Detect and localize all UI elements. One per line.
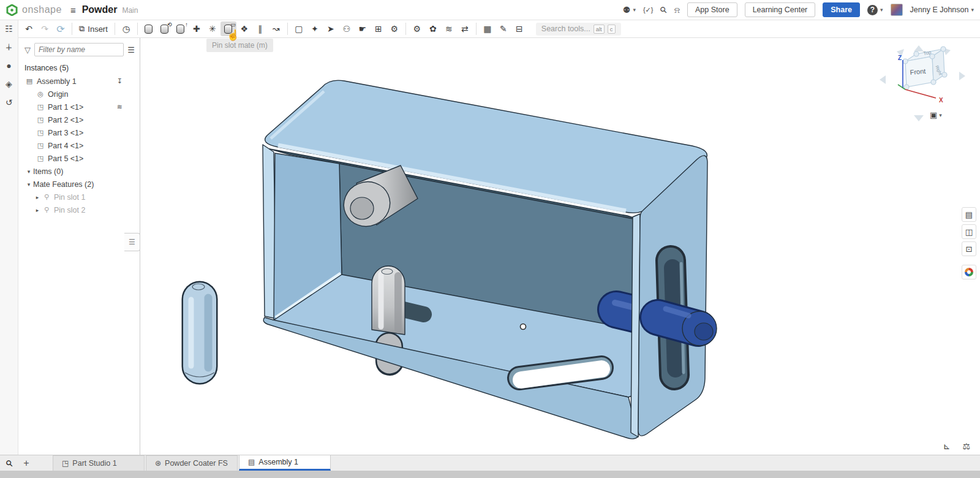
chevron-down-icon: ▾ — [24, 181, 33, 188]
insert-button[interactable]: ⧉ Insert — [75, 23, 111, 35]
menu-icon[interactable]: ≡ — [70, 5, 76, 15]
view-rotate-down-arrow[interactable] — [914, 115, 924, 121]
bom-table-panel-button[interactable]: ▤ — [962, 207, 976, 222]
tree-item-icon: ◎ — [36, 90, 45, 98]
toolbar-divider — [137, 23, 138, 35]
app-store-button[interactable]: App Store — [687, 2, 737, 17]
toolbar-divider — [287, 23, 288, 35]
gray-pin-middle[interactable] — [372, 266, 405, 335]
3d-viewport[interactable]: Top Front Right Z X ▣ ▾ ▤ ◫ ⊡ — [141, 38, 980, 455]
search-tabs-icon[interactable]: ⚲ — [0, 453, 19, 473]
tree-item-origin[interactable]: ◎ Origin — [18, 88, 140, 101]
view-rotate-right-arrow[interactable] — [959, 72, 965, 80]
move-part-button[interactable]: ☛ — [355, 21, 371, 36]
bom-button[interactable]: ▦ — [480, 21, 496, 36]
assembly-3d-model[interactable] — [141, 38, 980, 455]
view-rotate-left-arrow[interactable] — [880, 75, 886, 84]
mass-properties-icon[interactable]: ⚖ — [962, 441, 970, 451]
pin-slot-mate-tooltip: Pin slot mate (m) — [206, 39, 273, 52]
floor-slot — [519, 368, 601, 380]
view-cube-front-label[interactable]: Front — [910, 67, 926, 76]
chevron-down-icon: ▾ — [24, 169, 33, 175]
view-cube-menu-button[interactable]: ▣ ▾ — [930, 110, 942, 120]
chevron-right-icon[interactable]: ▸ — [33, 207, 42, 213]
bug-report-icon[interactable]: ⚉ — [623, 5, 631, 15]
fastened-mate-button[interactable] — [141, 21, 157, 36]
view-rotate-up-arrow[interactable] — [914, 45, 924, 51]
interference-button[interactable]: ⚙ — [386, 21, 402, 36]
named-positions-button[interactable]: ⚇ — [339, 21, 355, 36]
tab-assembly-1[interactable]: ▤ Assembly 1 — [239, 455, 331, 471]
compare-button[interactable]: ⊟ — [511, 21, 527, 36]
parallel-mate-button[interactable]: ∥ — [252, 21, 268, 36]
view-cube[interactable]: Top Front Right Z X — [876, 43, 968, 129]
part-copy-panel-button[interactable]: ⊡ — [962, 241, 976, 256]
gear-relation-button[interactable]: ⚙ — [409, 21, 425, 36]
toolbar-divider — [72, 23, 72, 35]
help-icon[interactable]: ? — [867, 5, 878, 15]
planar-mate-button[interactable]: ✚ — [189, 21, 205, 36]
onshape-logo[interactable]: onshape — [6, 4, 62, 16]
display-states-button[interactable]: ⊞ — [371, 21, 386, 36]
measure-tools: ⊾ ⚖ — [943, 441, 970, 451]
add-tab-button[interactable]: + — [18, 458, 34, 469]
instances-panel-icon[interactable]: ☷ — [5, 24, 13, 34]
tangent-mate-button[interactable]: ↝ — [268, 21, 284, 36]
color-wheel-panel-button[interactable] — [962, 265, 976, 279]
tree-item-state-icon: ↧ — [117, 77, 123, 85]
user-caret-icon: ▾ — [971, 7, 974, 13]
comments-icon[interactable]: ● — [6, 61, 11, 70]
tree-item-pin-slot-2[interactable]: ▸ ⚲ Pin slot 2 — [18, 203, 140, 216]
mate-features-section-header[interactable]: ▾ Mate Features (2) — [18, 178, 140, 191]
group-button[interactable]: ▢ — [291, 21, 307, 36]
tree-item-assembly-1[interactable]: ▤ Assembly 1 ↧ — [18, 75, 140, 88]
items-section-header[interactable]: ▾ Items (0) — [18, 165, 140, 178]
light-blue-pin-left[interactable] — [185, 284, 214, 377]
animate-button[interactable]: ◷ — [118, 21, 134, 36]
tree-item-part-5[interactable]: ◳ Part 5 <1> — [18, 152, 140, 165]
search-icon[interactable]: ⚲ — [658, 4, 669, 16]
search-tools-input[interactable]: Search tools... alt c — [536, 23, 621, 36]
edit-bom-button[interactable]: ✎ — [496, 21, 511, 36]
edit-in-context-button[interactable]: ✦ — [307, 21, 323, 36]
tree-item-icon: ▤ — [24, 77, 34, 85]
document-title: Powder — [82, 4, 118, 15]
display-cube-panel-button[interactable]: ◫ — [962, 224, 976, 239]
undo-button[interactable]: ↶ — [21, 21, 37, 36]
origin-marker[interactable] — [521, 324, 526, 330]
learning-center-button[interactable]: Learning Center — [745, 2, 816, 17]
tab-powder-coater-fs[interactable]: ⊛ Powder Coater FS — [146, 455, 238, 471]
parts-query-icon[interactable]: ◈ — [6, 79, 12, 89]
rack-pinion-relation-button[interactable]: ✿ — [425, 21, 441, 36]
tab-part-studio-1[interactable]: ◳ Part Studio 1 — [53, 455, 145, 471]
avatar[interactable] — [891, 4, 903, 16]
screw-relation-button[interactable]: ≋ — [441, 21, 457, 36]
user-name[interactable]: Jenny E Johnson — [910, 6, 969, 14]
tree-item-pin-slot-1[interactable]: ▸ ⚲ Pin slot 1 — [18, 191, 140, 203]
filter-input[interactable] — [34, 43, 124, 56]
tree-item-part-4[interactable]: ◳ Part 4 <1> — [18, 139, 140, 152]
rotate-view-button[interactable]: ⟳ — [53, 21, 69, 36]
configurations-icon[interactable]: ∔ — [6, 42, 13, 52]
panel-collapse-handle[interactable]: ☰ — [124, 233, 140, 251]
tree-item-part-1[interactable]: ◳ Part 1 <1> ≋ — [18, 101, 140, 113]
tree-item-part-2[interactable]: ◳ Part 2 <1> — [18, 113, 140, 126]
chevron-right-icon[interactable]: ▸ — [33, 194, 42, 200]
toolbar-divider — [405, 23, 406, 35]
ball-mate-button[interactable]: ✳ — [205, 21, 221, 36]
panel-handle-icon: ☰ — [129, 238, 135, 246]
measure-icon[interactable]: ⊾ — [943, 441, 951, 451]
share-button[interactable]: Share — [823, 2, 860, 17]
slider-mate-button[interactable]: ↑ — [173, 21, 189, 36]
revolute-mate-button[interactable]: ⟲ — [157, 21, 173, 36]
feedback-icon[interactable]: {✓} — [643, 6, 654, 14]
notifications-bell-icon[interactable]: ⍾ — [674, 5, 680, 15]
transform-button[interactable]: ➤ — [323, 21, 339, 36]
tree-item-part-3[interactable]: ◳ Part 3 <1> — [18, 126, 140, 139]
list-view-icon[interactable]: ☰ — [127, 45, 135, 55]
filter-funnel-icon: ▽ — [24, 45, 31, 55]
replicate-button[interactable]: ⇄ — [457, 21, 473, 36]
history-icon[interactable]: ↺ — [6, 97, 13, 107]
redo-button[interactable]: ↷ — [37, 21, 53, 36]
pin-slot-mate-icon: ⚲ — [42, 206, 51, 214]
